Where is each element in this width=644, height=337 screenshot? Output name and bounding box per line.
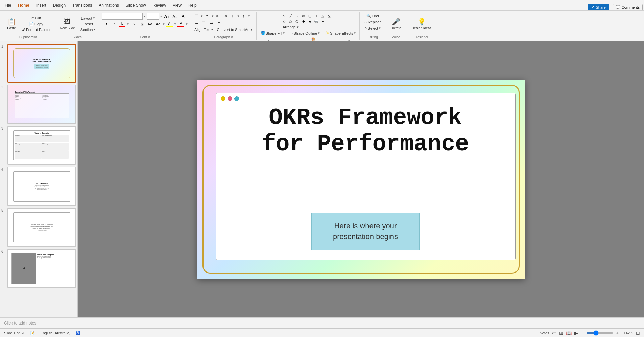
diamond-tool[interactable]: ◇	[281, 19, 287, 24]
zoom-out-icon[interactable]: −	[581, 330, 583, 336]
tab-home[interactable]: Home	[15, 1, 32, 10]
tab-review[interactable]: Review	[149, 1, 169, 10]
find-button[interactable]: 🔍 Find	[365, 13, 380, 19]
change-case-arrow[interactable]: ▼	[162, 23, 165, 26]
slide-thumb-4[interactable]: Our Company Mercury is the closest plane…	[7, 167, 76, 206]
slide-item-2[interactable]: 2 Contents of This Template OverviewDefi…	[1, 85, 76, 124]
star-tool[interactable]: ★	[307, 19, 313, 24]
rounded-rect-tool[interactable]: ▢	[307, 13, 313, 18]
slide-thumb-6[interactable]: 🖼 About the Project Mercury is the close…	[7, 249, 76, 288]
replace-button[interactable]: ↔ Replace	[362, 19, 383, 25]
font-name-arrow[interactable]: ▼	[143, 15, 146, 18]
spell-check-icon[interactable]: 📝	[30, 331, 35, 335]
select-tool[interactable]: ↖	[281, 13, 287, 18]
slide-item-6[interactable]: 6 🖼 About the Project Mercury is the clo…	[1, 249, 76, 288]
bullets-arrow[interactable]: ▼	[200, 15, 203, 18]
select-button[interactable]: ↖ Select ▼	[363, 25, 383, 31]
normal-view-icon[interactable]: ▭	[552, 330, 556, 336]
tab-view[interactable]: View	[169, 1, 185, 10]
tab-file[interactable]: File	[1, 1, 15, 10]
slideshow-icon[interactable]: ▶	[574, 330, 578, 336]
decrease-font-button[interactable]: A↓	[171, 13, 178, 20]
strikethrough-button[interactable]: S	[130, 21, 137, 27]
rect-tool[interactable]: ▭	[301, 13, 307, 18]
numbering-button[interactable]: ≡	[204, 13, 211, 19]
align-left-button[interactable]: ⬅	[193, 20, 200, 26]
bold-button[interactable]: B	[102, 21, 110, 27]
font-size-input[interactable]: 40	[147, 13, 159, 20]
columns-arrow[interactable]: ▼	[237, 15, 240, 18]
more-shapes-arrow[interactable]: ▼	[320, 19, 326, 24]
tab-animations[interactable]: Animations	[95, 1, 122, 10]
paragraph-expand-icon[interactable]: ⧉	[231, 35, 233, 39]
slide-thumb-5[interactable]: "This is a quote, words full of wisdomth…	[7, 208, 76, 247]
shape-fill-button[interactable]: 🪣 Shape Fill ▼	[259, 30, 287, 36]
paste-button[interactable]: 📋 Paste	[4, 14, 19, 34]
oval-tool[interactable]: ○	[313, 13, 319, 18]
highlight-arrow[interactable]: ▼	[174, 23, 176, 26]
slide-item-4[interactable]: 4 Our Company Mercury is the closest pla…	[1, 167, 76, 206]
text-direction-button[interactable]: Align Text ▼	[193, 27, 215, 32]
slide-item-3[interactable]: 3 Table of Contents Definition OKR Imple…	[1, 126, 76, 165]
underline-button[interactable]: U	[118, 21, 126, 27]
section-button[interactable]: Section ▼	[79, 27, 97, 32]
notes-text[interactable]: Click to add notes	[4, 321, 36, 326]
font-color-arrow[interactable]: ▼	[185, 23, 188, 26]
clear-formatting-button[interactable]: A	[179, 13, 187, 20]
slide-item-1[interactable]: 1 OKRs Frameworkfor Performance Here is …	[1, 44, 76, 83]
font-expand-icon[interactable]: ⧉	[148, 35, 150, 39]
plus-tool[interactable]: ✚	[301, 19, 307, 24]
font-size-arrow[interactable]: ▼	[160, 15, 162, 18]
increase-indent-button[interactable]: ⇥	[222, 13, 229, 19]
shadow-button[interactable]: S	[138, 21, 145, 27]
decrease-indent-button[interactable]: ⇤	[215, 13, 221, 19]
hexagon-tool[interactable]: ⬡	[294, 19, 300, 24]
italic-button[interactable]: I	[110, 21, 118, 27]
share-button[interactable]: ↗ Share	[588, 4, 609, 10]
char-spacing-button[interactable]: AV	[146, 21, 153, 27]
design-ideas-button[interactable]: 💡 Design Ideas	[409, 14, 434, 34]
align-center-button[interactable]: ☰	[200, 20, 207, 26]
slide-thumb-3[interactable]: Table of Contents Definition OKR Impleme…	[7, 126, 76, 165]
change-case-button[interactable]: Aa	[154, 21, 162, 27]
line-spacing-button[interactable]: ↕	[240, 13, 247, 19]
pentagon-tool[interactable]: ⬠	[288, 19, 294, 24]
clipboard-expand-icon[interactable]: ⧉	[34, 35, 37, 39]
tab-transitions[interactable]: Transitions	[69, 1, 95, 10]
comments-button[interactable]: 💬 Comments	[613, 4, 643, 10]
fit-slide-icon[interactable]: ⊡	[636, 330, 640, 336]
zoom-level[interactable]: 142%	[621, 331, 633, 335]
tab-design[interactable]: Design	[50, 1, 69, 10]
dictate-button[interactable]: 🎤 Dictate	[388, 14, 404, 34]
font-name-input[interactable]	[102, 13, 143, 20]
line-spacing-arrow[interactable]: ▼	[248, 15, 251, 18]
new-slide-button[interactable]: 🖼 New Slide	[57, 14, 78, 34]
layout-button[interactable]: Layout ▼	[79, 16, 97, 21]
shape-effects-button[interactable]: ✨ Shape Effects ▼	[324, 30, 357, 36]
accessibility-icon[interactable]: ♿	[76, 331, 80, 335]
canvas-area[interactable]: OKRs Framework for Performance Here is w…	[78, 41, 644, 317]
reset-button[interactable]: Reset	[79, 21, 97, 27]
convert-smartart-button[interactable]: Convert to SmartArt ▼	[216, 27, 254, 32]
columns-button[interactable]: ⫴	[230, 13, 236, 19]
font-color-button[interactable]: A	[177, 21, 185, 27]
shape-outline-button[interactable]: ▭ Shape Outline ▼	[288, 30, 321, 36]
slide-thumb-1[interactable]: OKRs Frameworkfor Performance Here is wh…	[7, 44, 76, 83]
copy-button[interactable]: 📄 Copy	[20, 21, 52, 27]
zoom-slider[interactable]	[586, 332, 613, 334]
slide-thumb-2[interactable]: Contents of This Template OverviewDefini…	[7, 85, 76, 124]
zoom-in-icon[interactable]: +	[616, 330, 619, 336]
increase-font-button[interactable]: A↑	[163, 13, 170, 20]
right-triangle-tool[interactable]: ◺	[326, 13, 332, 18]
distributed-button[interactable]: ⋯	[223, 20, 230, 26]
callout-tool[interactable]: 💬	[313, 19, 319, 24]
cut-button[interactable]: ✂ Cut	[20, 15, 52, 21]
bullets-button[interactable]: ☰	[193, 13, 200, 19]
slide-sorter-icon[interactable]: ⊞	[559, 330, 563, 336]
arrow-tool[interactable]: →	[294, 13, 300, 18]
tab-insert[interactable]: Insert	[33, 1, 50, 10]
tab-help[interactable]: Help	[185, 1, 200, 10]
format-painter-button[interactable]: 🖌 Format Painter	[20, 27, 52, 32]
slide-item-5[interactable]: 5 "This is a quote, words full of wisdom…	[1, 208, 76, 247]
triangle-tool[interactable]: △	[320, 13, 326, 18]
